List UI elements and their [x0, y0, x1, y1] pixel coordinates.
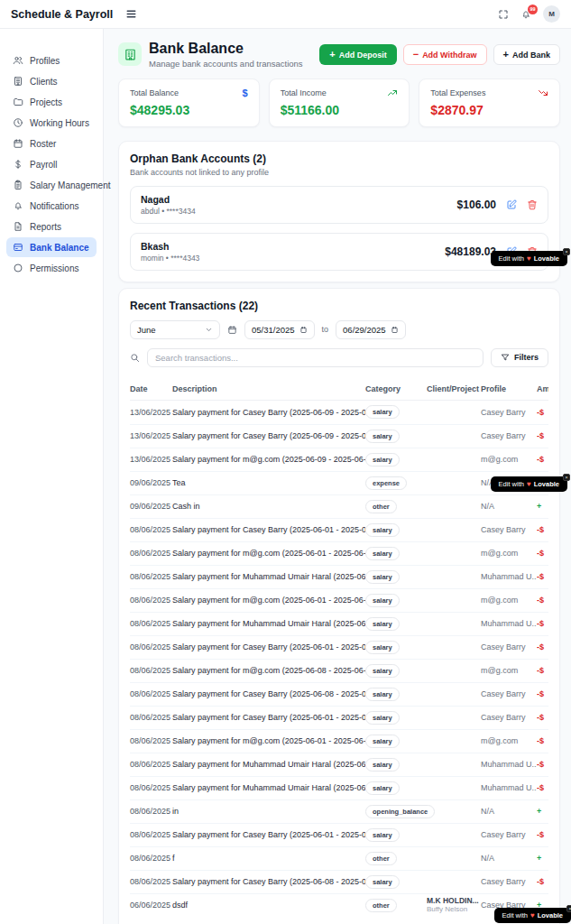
- transaction-date: 13/06/2025: [130, 408, 172, 417]
- sidebar-item-roster[interactable]: Roster: [6, 134, 97, 153]
- transaction-profile: Casey Barry: [481, 877, 537, 886]
- stat-card-total-income: Total Income $51166.00: [269, 79, 410, 127]
- sidebar-item-permissions[interactable]: Permissions: [6, 258, 97, 278]
- sidebar-item-label: Salary Management: [30, 180, 111, 190]
- sidebar-item-profiles[interactable]: Profiles: [6, 51, 97, 70]
- lovable-badge[interactable]: Edit with ♥ Lovable ×: [494, 908, 571, 923]
- column-header-date: Date: [130, 384, 172, 393]
- account-amount: $106.00: [457, 199, 496, 211]
- sidebar-item-clients[interactable]: Clients: [6, 71, 97, 91]
- stat-card-total-balance: Total Balance $ $48295.03: [118, 79, 260, 127]
- transaction-date: 08/06/2025: [130, 525, 172, 534]
- notification-count-badge: 99: [528, 5, 538, 14]
- hamburger-menu-icon[interactable]: [125, 8, 137, 20]
- transaction-description: Tea: [172, 478, 365, 487]
- sidebar-item-label: Roster: [30, 139, 56, 149]
- transaction-category: salary: [365, 688, 427, 701]
- transaction-amount: -$: [537, 431, 548, 440]
- category-badge: salary: [365, 547, 400, 560]
- date-picker-icon: [299, 326, 308, 334]
- transaction-amount: -$: [537, 455, 548, 464]
- fullscreen-icon[interactable]: [498, 9, 509, 20]
- page-header: Bank Balance Manage bank accounts and tr…: [118, 41, 560, 69]
- plus-icon: +: [503, 50, 509, 60]
- lovable-close-icon[interactable]: ×: [563, 474, 570, 481]
- transaction-category: salary: [365, 570, 427, 584]
- month-select[interactable]: June: [130, 320, 220, 339]
- lovable-badge[interactable]: Edit with ♥ Lovable ×: [491, 251, 567, 266]
- column-header-amount: Amount: [537, 384, 548, 393]
- transaction-category: salary: [365, 641, 427, 654]
- sidebar-item-notifications[interactable]: Notifications: [6, 196, 97, 216]
- transaction-amount: -$: [537, 619, 548, 628]
- sidebar-item-label: Clients: [30, 77, 58, 87]
- chevron-down-icon: [205, 326, 213, 334]
- date-from-input[interactable]: 05/31/2025: [244, 320, 315, 339]
- transaction-date: 09/06/2025: [130, 478, 172, 487]
- lovable-badge[interactable]: Edit with ♥ Lovable ×: [491, 476, 567, 492]
- transaction-profile: m@g.com: [481, 596, 537, 605]
- sidebar-item-projects[interactable]: Projects: [6, 92, 97, 112]
- delete-account-button[interactable]: [527, 199, 538, 210]
- stat-value: $51166.00: [281, 103, 399, 117]
- recent-transactions-card: Recent Transactions (22) June 05/31/2025…: [118, 288, 560, 924]
- transaction-category: salary: [365, 664, 427, 678]
- stat-label: Total Balance: [130, 88, 179, 97]
- clipboard-icon: [13, 180, 23, 190]
- search-input[interactable]: [155, 353, 475, 363]
- account-meta: momin • ****4343: [141, 254, 199, 263]
- trash-icon: [527, 199, 538, 210]
- transaction-description: Salary payment for Casey Barry (2025-06-…: [172, 408, 365, 417]
- notifications-bell-icon[interactable]: 99: [520, 9, 531, 20]
- sidebar-item-label: Profiles: [30, 56, 60, 66]
- date-to-input[interactable]: 06/29/2025: [336, 320, 406, 339]
- transaction-date: 13/06/2025: [130, 431, 172, 440]
- transaction-description: Salary payment for m@g.com (2025-06-01 -…: [172, 549, 365, 558]
- category-badge: expense: [365, 476, 407, 490]
- transaction-category: salary: [365, 453, 427, 467]
- transaction-amount: -$: [537, 525, 548, 534]
- sidebar-item-bank-balance[interactable]: Bank Balance: [6, 237, 97, 257]
- transaction-description: Salary payment for Casey Barry (2025-06-…: [172, 830, 365, 839]
- transaction-date: 08/06/2025: [130, 713, 172, 722]
- transaction-amount: -$: [537, 760, 548, 769]
- plus-icon: +: [329, 50, 335, 60]
- table-row: 08/06/2025 Salary payment for Muhammad U…: [130, 753, 548, 776]
- user-avatar[interactable]: M: [543, 5, 560, 23]
- edit-account-button[interactable]: [506, 199, 517, 210]
- transaction-category: salary: [365, 405, 427, 419]
- lovable-close-icon[interactable]: ×: [563, 248, 570, 255]
- sidebar-item-label: Reports: [30, 222, 61, 232]
- date-to-value: 06/29/2025: [343, 325, 386, 335]
- transaction-category: opening_balance: [365, 805, 427, 818]
- add-deposit-button[interactable]: + Add Deposit: [319, 44, 396, 65]
- category-badge: salary: [365, 523, 400, 537]
- sidebar-item-payroll[interactable]: Payroll: [6, 154, 97, 174]
- sidebar-item-working-hours[interactable]: Working Hours: [6, 113, 97, 133]
- stat-value: $48295.03: [130, 103, 248, 117]
- sidebar-item-label: Working Hours: [30, 118, 89, 128]
- filters-button[interactable]: Filters: [491, 348, 548, 367]
- sidebar-item-salary-management[interactable]: Salary Management: [6, 175, 97, 195]
- sidebar-item-reports[interactable]: Reports: [6, 217, 97, 236]
- transaction-date: 08/06/2025: [130, 877, 172, 886]
- transaction-profile: Casey Barry: [481, 642, 537, 651]
- table-row: 08/06/2025 Salary payment for Muhammad U…: [130, 776, 548, 799]
- trending-up-icon: [387, 88, 398, 98]
- category-badge: salary: [365, 453, 400, 467]
- table-row: 13/06/2025 Salary payment for Casey Barr…: [130, 424, 548, 448]
- transaction-description: Salary payment for m@g.com (2025-06-09 -…: [172, 455, 365, 464]
- minus-icon: −: [413, 50, 419, 60]
- add-withdraw-button[interactable]: − Add Withdraw: [403, 44, 487, 65]
- add-bank-button[interactable]: + Add Bank: [493, 44, 560, 65]
- lovable-close-icon[interactable]: ×: [566, 905, 571, 912]
- transaction-date: 08/06/2025: [130, 854, 172, 863]
- transaction-description: Salary payment for Muhammad Umair Haral …: [172, 783, 365, 792]
- trending-down-icon: [538, 88, 548, 98]
- transaction-category: salary: [365, 828, 427, 842]
- lovable-text: Edit with: [502, 911, 528, 919]
- transaction-profile: Casey Barry: [481, 525, 537, 534]
- transaction-date: 08/06/2025: [130, 666, 172, 675]
- lovable-text: Edit with: [499, 254, 524, 263]
- table-row: 06/06/2025 dsdf other M.K HOLDIN... Buff…: [130, 893, 548, 917]
